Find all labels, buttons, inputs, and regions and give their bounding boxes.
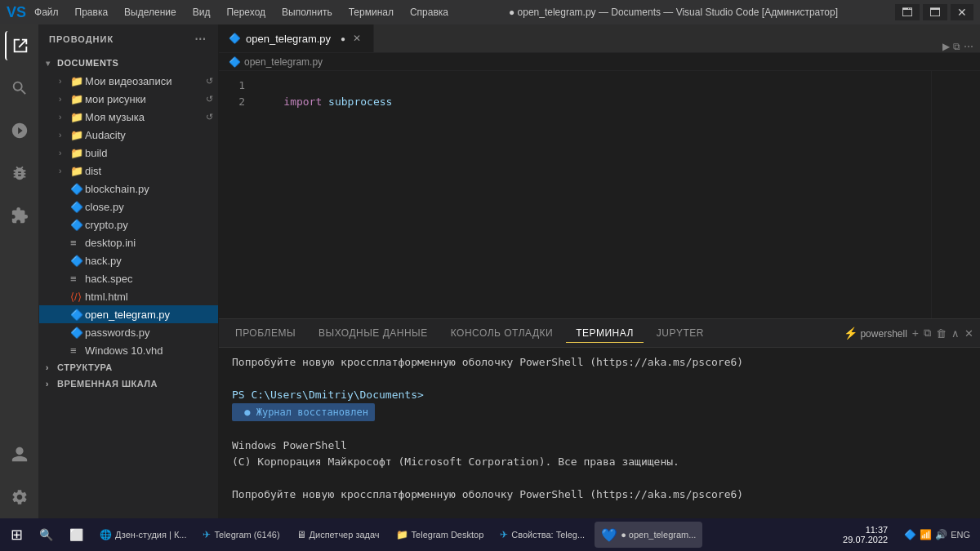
terminal-line-8 — [232, 470, 967, 487]
tree-item-hack-py[interactable]: 🔷 hack.py — [39, 251, 218, 269]
tree-item-windows-vhd[interactable]: ≡ Windows 10.vhd — [39, 341, 218, 359]
window-controls: 🗔 🗖 ✕ — [895, 4, 973, 20]
split-terminal-icon[interactable]: ⧉ — [924, 327, 931, 340]
tab-close-button[interactable]: ✕ — [350, 32, 363, 45]
menu-view[interactable]: Вид — [189, 5, 214, 20]
taskbar-telegram-props[interactable]: ✈ Свойства: Teleg... — [493, 522, 591, 548]
close-button[interactable]: ✕ — [951, 4, 973, 20]
tree-item-passwords[interactable]: 🔷 passwords.py — [39, 323, 218, 341]
tree-root-documents[interactable]: ▾ DOCUMENTS — [39, 54, 218, 72]
taskbar-telegram-desktop[interactable]: 📁 Telegram Desktop — [390, 522, 491, 548]
taskbar-search[interactable]: 🔍 — [33, 522, 60, 548]
more-actions-icon[interactable]: ⋯ — [964, 41, 973, 52]
start-button[interactable]: ⊞ — [3, 522, 29, 548]
html-file-icon: ⟨/⟩ — [70, 291, 85, 303]
tree-item-drawings[interactable]: › 📁 мои рисунки ↺ — [39, 90, 218, 108]
app-icon: VS — [7, 4, 26, 21]
menu-file[interactable]: Файл — [31, 5, 62, 20]
activity-search[interactable] — [5, 73, 34, 103]
chevron-right-icon: › — [59, 95, 70, 104]
activity-explorer[interactable] — [5, 31, 34, 60]
windows-icon: ⊞ — [11, 526, 23, 544]
taskbar-clock[interactable]: 11:37 29.07.2022 — [836, 525, 894, 544]
tab-open-telegram[interactable]: 🔷 open_telegram.py ● ✕ — [219, 24, 374, 52]
python-file-icon: 🔷 — [70, 309, 85, 321]
sync-icon: ↺ — [206, 112, 218, 122]
terminal-line-2 — [232, 371, 967, 387]
menu-goto[interactable]: Переход — [223, 5, 269, 20]
terminal-content[interactable]: Попробуйте новую кроссплатформенную обол… — [219, 348, 980, 518]
chevron-right-icon: › — [46, 363, 57, 372]
terminal-line-5 — [232, 421, 967, 438]
taskbar-telegram[interactable]: ✈ Telegram (6146) — [196, 522, 286, 548]
activity-git[interactable] — [5, 116, 34, 145]
kill-terminal-icon[interactable]: 🗑 — [936, 327, 947, 340]
taskbar-vscode[interactable]: 💙 ● open_telegram... — [595, 522, 702, 548]
terminal-tab-output[interactable]: ВЫХОДНЫЕ ДАННЫЕ — [309, 324, 438, 342]
folder-icon: 📁 — [70, 165, 85, 177]
activity-debug[interactable] — [5, 158, 34, 188]
spec-file-icon: ≡ — [70, 273, 85, 285]
breadcrumb-filename[interactable]: open_telegram.py — [244, 56, 323, 68]
activity-extensions[interactable] — [5, 201, 34, 230]
new-file-icon[interactable]: ⋯ — [193, 31, 208, 47]
tray-icon-1[interactable]: 🔷 — [904, 529, 916, 540]
tree-item-dist[interactable]: › 📁 dist — [39, 162, 218, 180]
tree-item-hack-spec[interactable]: ≡ hack.spec — [39, 269, 218, 287]
terminal-tab-terminal[interactable]: ТЕРМИНАЛ — [566, 324, 644, 343]
sidebar-section-structure[interactable]: › СТРУКТУРА — [39, 359, 218, 375]
split-editor-icon[interactable]: ⧉ — [953, 41, 960, 52]
terminal-tab-debug[interactable]: КОНСОЛЬ ОТЛАДКИ — [441, 324, 563, 342]
run-icon[interactable]: ▶ — [942, 41, 950, 52]
python-file-icon: 🔷 — [70, 219, 85, 231]
terminal-tab-problems[interactable]: ПРОБЛЕМЫ — [225, 324, 305, 342]
clock-date: 29.07.2022 — [843, 535, 888, 544]
taskbar-dzen[interactable]: 🌐 Дзен-студия | К... — [93, 522, 193, 548]
activity-settings[interactable] — [5, 482, 34, 512]
minimize-button[interactable]: 🗔 — [895, 4, 920, 20]
powershell-label: ⚡ powershell — [844, 327, 907, 340]
tree-item-music[interactable]: › 📁 Моя музыка ↺ — [39, 108, 218, 126]
close-panel-icon[interactable]: ✕ — [964, 327, 973, 340]
tray-icon-2[interactable]: 📶 — [920, 529, 932, 540]
code-content[interactable]: import subprocess — [258, 71, 931, 318]
tree-item-crypto[interactable]: 🔷 crypto.py — [39, 216, 218, 233]
add-terminal-icon[interactable]: + — [912, 327, 919, 340]
tree-item-open-telegram[interactable]: 🔷 open_telegram.py — [39, 305, 218, 323]
dzen-icon: 🌐 — [100, 529, 112, 540]
taskbar-taskview[interactable]: ⬜ — [63, 522, 90, 548]
tree-item-audacity[interactable]: › 📁 Audacity — [39, 126, 218, 144]
chevron-right-icon: › — [59, 113, 70, 122]
tree-item-blockchain[interactable]: 🔷 blockchain.py — [39, 180, 218, 198]
tray-lang[interactable]: ENG — [951, 530, 970, 540]
menu-run[interactable]: Выполнить — [278, 5, 336, 20]
powershell-icon: ⚡ — [844, 327, 858, 340]
terminal-area: ПРОБЛЕМЫ ВЫХОДНЫЕ ДАННЫЕ КОНСОЛЬ ОТЛАДКИ… — [219, 318, 980, 518]
sync-icon: ↺ — [206, 76, 218, 87]
tab-dirty-indicator: ● — [341, 34, 345, 43]
tree-item-html[interactable]: ⟨/⟩ html.html — [39, 287, 218, 305]
folder-icon: 📁 — [70, 93, 85, 105]
tray-icon-3[interactable]: 🔊 — [935, 529, 947, 540]
maximize-button[interactable]: 🗖 — [923, 4, 947, 20]
menu-terminal[interactable]: Терминал — [345, 5, 397, 20]
sidebar-section-timeline[interactable]: › ВРЕМЕННАЯ ШКАЛА — [39, 375, 218, 392]
maximize-panel-icon[interactable]: ∧ — [951, 327, 960, 340]
chevron-right-icon: › — [59, 167, 70, 176]
tree-item-videos[interactable]: › 📁 Мои видеозаписи ↺ — [39, 72, 218, 90]
line-number-1: 1 — [219, 78, 245, 94]
menu-help[interactable]: Справка — [407, 5, 452, 20]
taskbar-task-manager[interactable]: 🖥 Диспетчер задач — [290, 522, 386, 548]
tab-actions: ▶ ⧉ ⋯ — [936, 41, 980, 52]
tree-item-close[interactable]: 🔷 close.py — [39, 198, 218, 216]
terminal-tab-jupyter[interactable]: JUPYTER — [647, 324, 714, 342]
tree-item-desktop-ini[interactable]: ≡ desktop.ini — [39, 233, 218, 251]
line-number-2: 2 — [219, 94, 245, 110]
menu-edit[interactable]: Правка — [72, 5, 112, 20]
activity-account[interactable] — [5, 440, 34, 469]
vscode-icon: 💙 — [601, 527, 617, 543]
editor-area: 🔷 open_telegram.py ● ✕ ▶ ⧉ ⋯ 🔷 open_tele… — [219, 24, 980, 518]
tree-item-build[interactable]: › 📁 build — [39, 144, 218, 162]
menu-selection[interactable]: Выделение — [121, 5, 180, 20]
folder-icon: 📁 — [70, 129, 85, 141]
